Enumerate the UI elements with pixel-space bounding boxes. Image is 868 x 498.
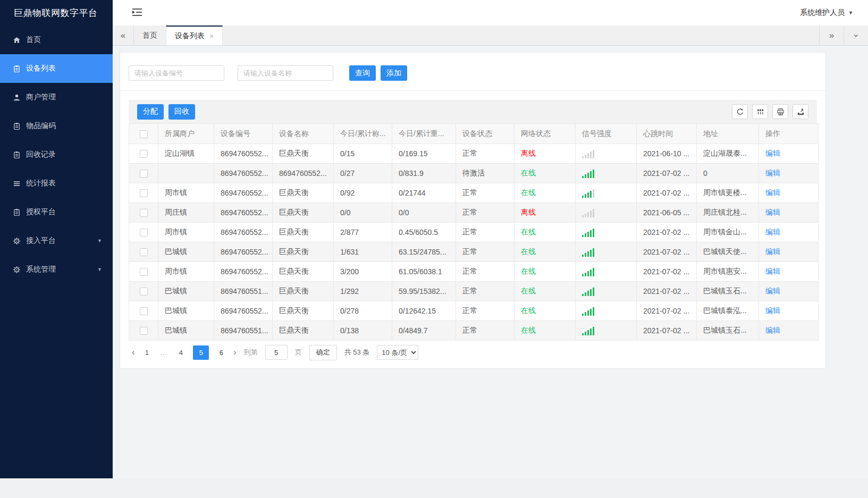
- clipboard-icon: [13, 150, 21, 159]
- tabs-scroll-right-button[interactable]: »: [819, 26, 844, 45]
- page-ellipsis: ...: [159, 345, 168, 360]
- address-cell: 周市镇更楼...: [697, 183, 759, 203]
- merchant-cell: 淀山湖镇: [158, 144, 214, 164]
- close-icon[interactable]: ×: [209, 32, 214, 40]
- user-icon: [13, 93, 21, 102]
- sidebar-item-6[interactable]: 授权平台: [0, 198, 113, 226]
- network-status-cell: 在线: [515, 262, 576, 282]
- tab-label: 设备列表: [175, 31, 205, 41]
- sidebar-item-0[interactable]: 首页: [0, 26, 113, 54]
- signal-bars-icon: [582, 287, 630, 296]
- device-name-input[interactable]: [238, 65, 333, 81]
- assign-button[interactable]: 分配: [137, 104, 164, 120]
- sidebar-item-label: 设备列表: [26, 64, 56, 73]
- edit-link[interactable]: 编辑: [765, 188, 780, 197]
- column-header: 所属商户: [158, 124, 214, 144]
- device-name-cell: 巨鼎天衡: [273, 262, 334, 282]
- user-name: 系统维护人员: [800, 8, 845, 18]
- tabs-menu-button[interactable]: ›: [844, 26, 868, 45]
- user-menu[interactable]: 系统维护人员 ▼: [800, 8, 853, 18]
- tab-1[interactable]: 设备列表×: [166, 26, 223, 45]
- column-header: 设备名称: [273, 124, 334, 144]
- prev-page-button[interactable]: ‹: [132, 348, 134, 357]
- page-number-5[interactable]: 5: [193, 345, 209, 360]
- row-checkbox-cell: [129, 242, 158, 262]
- signal-strength-cell: [576, 301, 637, 321]
- address-cell: 周市镇金山...: [697, 223, 759, 242]
- device-number-cell: 8694760552...: [214, 262, 273, 282]
- print-icon: [777, 108, 785, 116]
- sidebar-item-2[interactable]: 商户管理: [0, 83, 113, 112]
- sidebar-item-label: 接入平台: [26, 236, 56, 246]
- row-checkbox[interactable]: [140, 229, 148, 237]
- page-number-4[interactable]: 4: [176, 345, 186, 360]
- export-button[interactable]: [793, 104, 808, 119]
- sidebar-item-1[interactable]: 设备列表: [0, 54, 113, 83]
- network-status-badge: 在线: [521, 326, 536, 334]
- row-checkbox[interactable]: [140, 268, 148, 276]
- row-checkbox-cell: [129, 164, 158, 183]
- signal-strength-cell: [576, 242, 637, 262]
- table-row: 8694760552...8694760552...0/270/831.9待激活…: [129, 164, 819, 183]
- sidebar-item-4[interactable]: 回收记录: [0, 140, 113, 169]
- device-name-cell: 巨鼎天衡: [273, 282, 334, 301]
- edit-link[interactable]: 编辑: [765, 208, 780, 216]
- today-count-cell: 2/877: [334, 223, 392, 242]
- edit-link[interactable]: 编辑: [765, 286, 780, 295]
- row-checkbox[interactable]: [140, 248, 148, 256]
- tabs-scroll-left-button[interactable]: «: [113, 26, 134, 45]
- edit-link[interactable]: 编辑: [765, 168, 780, 177]
- row-checkbox-cell: [129, 183, 158, 203]
- edit-link[interactable]: 编辑: [765, 149, 780, 157]
- signal-strength-cell: [576, 321, 637, 341]
- action-cell: 编辑: [759, 242, 819, 262]
- add-button[interactable]: 添加: [381, 65, 407, 81]
- gear-icon: [13, 237, 21, 245]
- signal-strength-cell: [576, 262, 637, 282]
- network-status-cell: 离线: [515, 144, 576, 164]
- sidebar-item-3[interactable]: 物品编码: [0, 112, 113, 140]
- recycle-button[interactable]: 回收: [168, 104, 195, 120]
- print-button[interactable]: [772, 104, 788, 119]
- page-size-select[interactable]: 10 条/页: [377, 345, 418, 360]
- edit-link[interactable]: 编辑: [765, 267, 780, 275]
- row-checkbox[interactable]: [140, 170, 148, 178]
- edit-link[interactable]: 编辑: [765, 227, 780, 236]
- goto-page-input[interactable]: [265, 345, 288, 360]
- sidebar-collapse-icon[interactable]: [132, 8, 144, 18]
- action-cell: 编辑: [759, 321, 819, 341]
- select-all-checkbox[interactable]: [140, 130, 148, 138]
- network-status-cell: 在线: [515, 321, 576, 341]
- tab-0[interactable]: 首页: [134, 26, 166, 45]
- row-checkbox[interactable]: [140, 288, 148, 296]
- sidebar-menu: 首页设备列表商户管理物品编码回收记录统计报表授权平台接入平台▼系统管理▼: [0, 26, 113, 284]
- edit-link[interactable]: 编辑: [765, 306, 780, 315]
- row-checkbox[interactable]: [140, 150, 148, 158]
- header-checkbox-cell: [129, 124, 158, 144]
- sidebar-item-5[interactable]: 统计报表: [0, 169, 113, 198]
- row-checkbox-cell: [129, 321, 158, 341]
- row-checkbox[interactable]: [140, 327, 148, 335]
- next-page-button[interactable]: ›: [233, 348, 236, 357]
- sidebar-item-7[interactable]: 接入平台▼: [0, 226, 113, 255]
- row-checkbox[interactable]: [140, 189, 148, 197]
- page-number-6[interactable]: 6: [216, 345, 226, 360]
- edit-link[interactable]: 编辑: [765, 247, 780, 256]
- page-number-1[interactable]: 1: [142, 345, 151, 360]
- sidebar-item-8[interactable]: 系统管理▼: [0, 255, 113, 284]
- device-number-input[interactable]: [129, 65, 224, 81]
- refresh-button[interactable]: [732, 104, 748, 119]
- row-checkbox[interactable]: [140, 209, 148, 217]
- home-icon: [13, 36, 21, 44]
- today-count-cell: 0/278: [334, 301, 392, 321]
- row-checkbox[interactable]: [140, 307, 148, 315]
- clipboard-icon: [13, 64, 21, 73]
- device-status-cell: 正常: [456, 321, 515, 341]
- edit-link[interactable]: 编辑: [765, 326, 780, 334]
- query-button[interactable]: 查询: [349, 65, 376, 81]
- columns-button[interactable]: [752, 104, 768, 119]
- device-status-cell: 正常: [456, 223, 515, 242]
- goto-confirm-button[interactable]: 确定: [309, 345, 337, 360]
- merchant-cell: 周市镇: [158, 183, 214, 203]
- signal-bars-icon: [582, 267, 630, 276]
